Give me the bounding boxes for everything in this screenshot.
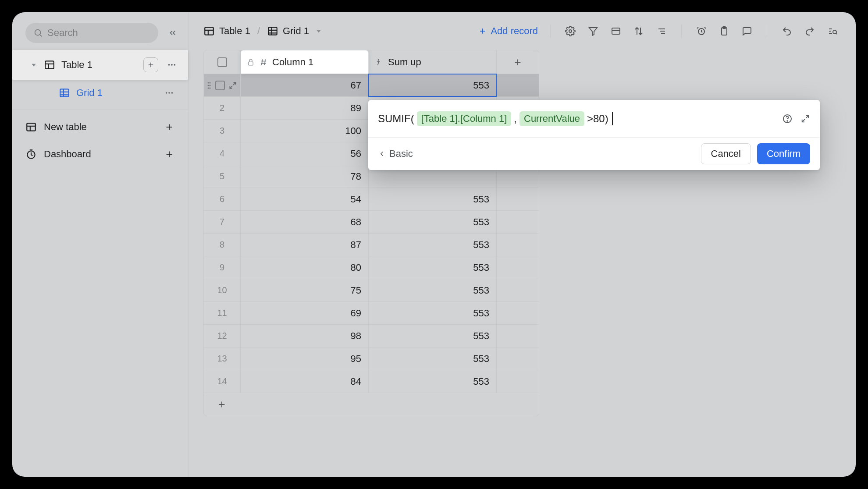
- fields-button[interactable]: [608, 24, 623, 39]
- cell[interactable]: 100: [241, 120, 369, 142]
- cell[interactable]: 553: [369, 370, 497, 393]
- settings-button[interactable]: [563, 24, 578, 39]
- svg-point-60: [210, 82, 211, 83]
- cell[interactable]: 553: [369, 234, 497, 256]
- cancel-button[interactable]: Cancel: [701, 143, 751, 164]
- formula-input[interactable]: SUMIF( [Table 1].[Column 1] , CurrentVal…: [368, 100, 820, 138]
- cell[interactable]: 553: [369, 347, 497, 370]
- table-row[interactable]: 1484553: [204, 370, 539, 393]
- formula-currentvalue-chip[interactable]: CurrentValue: [519, 111, 584, 126]
- table-row[interactable]: 887553: [204, 234, 539, 256]
- comment-icon: [742, 26, 752, 36]
- table-row[interactable]: 1075553: [204, 279, 539, 302]
- group-button[interactable]: [654, 24, 669, 39]
- cell[interactable]: 69: [241, 302, 369, 324]
- svg-point-49: [833, 30, 836, 34]
- svg-line-1: [40, 35, 42, 36]
- collapse-sidebar-button[interactable]: [165, 25, 180, 40]
- table-row[interactable]: 1395553: [204, 347, 539, 370]
- cell[interactable]: 54: [241, 188, 369, 210]
- expand-icon[interactable]: [228, 81, 237, 90]
- drag-handle-icon[interactable]: [206, 81, 212, 90]
- table-row[interactable]: 768553: [204, 211, 539, 234]
- cell[interactable]: 553: [369, 302, 497, 324]
- table-row[interactable]: 1169553: [204, 302, 539, 325]
- table-row[interactable]: 654553: [204, 188, 539, 211]
- undo-button[interactable]: [779, 24, 794, 39]
- breadcrumb-table[interactable]: Table 1: [219, 25, 250, 37]
- sidebar-item-grid-1[interactable]: Grid 1: [12, 80, 188, 106]
- cell[interactable]: 87: [241, 234, 369, 256]
- svg-line-54: [262, 59, 263, 65]
- add-column-button[interactable]: [497, 50, 539, 74]
- table-row[interactable]: 980553: [204, 256, 539, 279]
- view-dropdown-button[interactable]: [313, 26, 324, 36]
- more-icon: [164, 88, 174, 98]
- add-view-button[interactable]: [143, 57, 158, 72]
- cell[interactable]: 89: [241, 97, 369, 119]
- breadcrumb-view[interactable]: Grid 1: [283, 25, 309, 37]
- table-row[interactable]: 1298553: [204, 325, 539, 347]
- cell[interactable]: 98: [241, 325, 369, 347]
- expand-icon: [800, 114, 810, 124]
- sort-button[interactable]: [631, 24, 646, 39]
- filter-icon: [588, 26, 598, 36]
- chevron-down-icon: [30, 62, 38, 68]
- formula-basic-button[interactable]: Basic: [378, 148, 413, 159]
- cell[interactable]: 95: [241, 347, 369, 370]
- sidebar: Search Table 1 Grid 1: [12, 12, 189, 477]
- formula-help-button[interactable]: [782, 113, 793, 124]
- cell[interactable]: 80: [241, 256, 369, 279]
- cell[interactable]: 56: [241, 142, 369, 165]
- svg-rect-51: [249, 62, 253, 65]
- cell[interactable]: 75: [241, 279, 369, 301]
- column-header-sum-up[interactable]: Sum up: [369, 50, 497, 74]
- cell[interactable]: 553: [369, 325, 497, 347]
- help-icon: [782, 113, 793, 124]
- clipboard-button[interactable]: [717, 24, 732, 39]
- dashboard-button[interactable]: Dashboard: [12, 141, 188, 168]
- comment-button[interactable]: [740, 24, 754, 39]
- table-more-button[interactable]: [164, 57, 179, 72]
- clock-icon: [25, 149, 37, 160]
- table-row[interactable]: 67 553: [204, 74, 539, 97]
- view-more-button[interactable]: [162, 85, 177, 100]
- search-input[interactable]: Search: [25, 23, 158, 43]
- cell-focused[interactable]: 553: [369, 74, 497, 96]
- cell[interactable]: 553: [369, 188, 497, 210]
- find-button[interactable]: [825, 24, 840, 39]
- alarm-button[interactable]: [694, 24, 709, 39]
- cell[interactable]: 553: [369, 211, 497, 233]
- sidebar-item-table-1[interactable]: Table 1: [12, 50, 188, 80]
- cell[interactable]: 67: [241, 74, 369, 96]
- new-table-button[interactable]: New table: [12, 113, 188, 141]
- formula-icon: [375, 58, 384, 67]
- formula-ref-chip[interactable]: [Table 1].[Column 1]: [417, 111, 512, 126]
- add-record-label: Add record: [491, 25, 538, 37]
- svg-point-36: [569, 30, 572, 32]
- alarm-icon: [696, 26, 707, 36]
- column-2-label: Sum up: [388, 57, 421, 68]
- find-icon: [827, 26, 838, 36]
- svg-line-50: [836, 33, 837, 34]
- column-header-column-1[interactable]: Column 1: [241, 50, 369, 74]
- svg-point-64: [210, 87, 211, 89]
- formula-basic-label: Basic: [389, 148, 413, 159]
- filter-button[interactable]: [586, 24, 601, 39]
- svg-point-59: [208, 82, 209, 83]
- gear-icon: [565, 26, 576, 36]
- cell[interactable]: 553: [369, 256, 497, 279]
- add-record-button[interactable]: Add record: [478, 25, 538, 37]
- cell[interactable]: 78: [241, 165, 369, 188]
- formula-expand-button[interactable]: [800, 114, 810, 124]
- confirm-button[interactable]: Confirm: [757, 143, 810, 164]
- cell[interactable]: 84: [241, 370, 369, 393]
- add-row-button[interactable]: [204, 393, 539, 416]
- svg-point-17: [171, 92, 173, 94]
- cell[interactable]: 553: [369, 279, 497, 301]
- cell[interactable]: 68: [241, 211, 369, 233]
- row-checkbox[interactable]: [215, 81, 225, 90]
- table-icon: [25, 121, 37, 133]
- redo-button[interactable]: [802, 24, 817, 39]
- select-all-checkbox[interactable]: [204, 50, 241, 74]
